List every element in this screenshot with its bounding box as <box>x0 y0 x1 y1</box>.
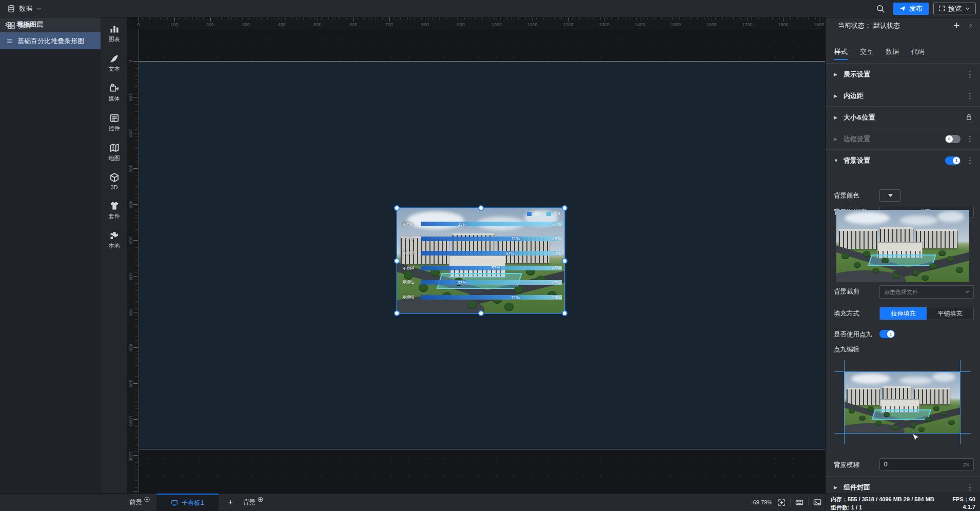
bar-segment-2: 33% <box>515 251 562 256</box>
preview-button[interactable]: 预览 <box>933 3 976 14</box>
keyboard-shortcut-icon[interactable] <box>795 498 803 506</box>
chart-row: 示例457%43% <box>402 265 562 271</box>
paper-plane-icon <box>899 5 906 12</box>
inspector-tab-数据[interactable]: 数据 <box>886 47 899 60</box>
add-circle-icon[interactable] <box>144 496 150 503</box>
fullscreen-icon <box>938 5 945 12</box>
chart-bars: 33%67% <box>421 222 562 226</box>
fill-mode-平铺填充[interactable]: 平铺填充 <box>927 307 973 320</box>
bg-color-picker[interactable] <box>879 189 901 202</box>
console-icon[interactable] <box>813 498 821 506</box>
more-options-icon[interactable]: ⋮ <box>965 70 975 78</box>
bg-image-preview-picture <box>836 210 969 282</box>
state-value[interactable]: 默认状态 <box>873 21 900 30</box>
section-大小&位置[interactable]: ▶大小&位置 <box>826 106 980 128</box>
bg-blur-input[interactable]: 0 px <box>879 458 974 470</box>
ruler-number: 300 <box>128 165 133 172</box>
more-options-icon[interactable]: ⋮ <box>965 483 975 491</box>
fit-screen-icon[interactable] <box>778 499 786 506</box>
resize-handle-ne[interactable] <box>562 205 567 211</box>
foreground-tab[interactable]: 前景 <box>129 494 149 511</box>
bg-blur-unit: px <box>963 461 969 467</box>
publish-button[interactable]: 发布 <box>893 3 929 15</box>
lock-icon[interactable] <box>965 113 973 121</box>
fill-mode-拉伸填充[interactable]: 拉伸填充 <box>880 307 927 320</box>
resize-handle-nw[interactable] <box>394 205 400 211</box>
more-options-icon[interactable]: ⋮ <box>965 156 975 164</box>
nine-patch-toggle[interactable]: 1 <box>879 330 895 338</box>
add-subboard-button[interactable]: + <box>228 494 233 511</box>
db-icon <box>7 5 15 13</box>
inspector-tab-代码[interactable]: 代码 <box>911 47 925 60</box>
inspector-sections: ▶展示设置⋮▶内边距⋮▶大小&位置▶边框设置0⋮▼背景设置1⋮ <box>826 63 980 171</box>
resize-handle-n[interactable] <box>478 205 484 211</box>
nine-patch-editor[interactable] <box>826 353 980 456</box>
toolbar-item-kit[interactable]: 套件 <box>109 201 120 220</box>
top-bar-right: 发布 预览 <box>876 0 980 17</box>
ruler-number: 900 <box>128 380 133 387</box>
menu-db[interactable]: 数据 <box>0 0 49 17</box>
chart-row: 示例367%33% <box>402 250 562 256</box>
legend-item: 值2 <box>546 210 560 217</box>
section-toggle[interactable]: 1 <box>945 156 961 165</box>
top-bar: 项目数据操作 发布 预览 <box>0 0 980 17</box>
more-options-icon[interactable]: ⋮ <box>965 92 975 100</box>
caret-right-icon: ▶ <box>834 72 839 77</box>
chevron-right-icon[interactable] <box>968 23 974 29</box>
toolbar-item-widget[interactable]: 控件 <box>109 113 120 132</box>
ruler-number: 700 <box>385 22 393 27</box>
nine-patch-guide-right[interactable] <box>960 360 961 444</box>
section-label: 背景设置 <box>844 156 940 165</box>
chevron-down-icon <box>964 289 970 295</box>
resize-handle-e[interactable] <box>562 258 567 264</box>
canvas[interactable]: 0100200300400500600700800900100011001200… <box>127 17 826 494</box>
chevron-down-icon <box>965 6 971 12</box>
divider <box>808 498 809 506</box>
resize-handle-sw[interactable] <box>394 310 400 316</box>
section-背景设置[interactable]: ▼背景设置1⋮ <box>826 149 980 171</box>
toolbar-item-label: 3D <box>110 184 117 190</box>
toolbar-item-label: 地图 <box>109 154 120 162</box>
ruler-number: 1900 <box>814 22 824 27</box>
toolbar-item-text[interactable]: 文本 <box>109 53 120 73</box>
toolbar-item-media[interactable]: 媒体 <box>109 83 120 103</box>
nine-patch-guide-left[interactable] <box>844 360 845 444</box>
nine-patch-guide-top[interactable] <box>834 371 971 372</box>
subboard-tab-label: 子看板1 <box>181 499 204 507</box>
background-tab[interactable]: 背景 <box>243 494 262 511</box>
toolbar-item-puzzle[interactable]: 本地 <box>109 230 120 250</box>
toolbar-item-chart[interactable]: 图表 <box>109 24 120 43</box>
search-icon[interactable] <box>876 4 885 13</box>
section-内边距[interactable]: ▶内边距⋮ <box>826 85 980 106</box>
nine-patch-guide-bottom[interactable] <box>834 433 971 434</box>
bg-crop-select[interactable]: 点击选择文件 <box>879 285 974 299</box>
section-边框设置[interactable]: ▶边框设置0⋮ <box>826 128 980 149</box>
menu-grid[interactable]: 操作 <box>0 17 49 34</box>
ruler-number: 600 <box>128 272 133 280</box>
inspector-tabs: 样式交互数据代码 <box>826 34 980 63</box>
inspector-tab-交互[interactable]: 交互 <box>860 47 873 60</box>
bg-image-preview <box>836 210 969 282</box>
resize-handle-se[interactable] <box>562 310 567 316</box>
section-展示设置[interactable]: ▶展示设置⋮ <box>826 63 980 85</box>
background-label: 背景 <box>243 498 256 507</box>
add-circle-icon[interactable] <box>257 496 264 503</box>
resize-handle-w[interactable] <box>394 258 400 264</box>
toolbar-item-map[interactable]: 地图 <box>109 143 120 162</box>
zoom-level[interactable]: 69.79% <box>753 499 772 505</box>
resize-handle-s[interactable] <box>478 310 484 316</box>
add-state-icon[interactable] <box>953 22 961 29</box>
nine-patch-label: 是否使用点九 <box>834 330 872 339</box>
subboard-tab[interactable]: 子看板1 <box>156 494 219 511</box>
more-options-icon[interactable]: ⋮ <box>965 135 975 143</box>
component-cover-label: 组件封面 <box>844 483 961 492</box>
chart-row: 示例533%67% <box>402 280 562 285</box>
ruler-number: 500 <box>128 237 133 244</box>
inspector-tab-样式[interactable]: 样式 <box>834 47 848 60</box>
legend-swatch <box>527 212 532 216</box>
layer-item-stacked-bar[interactable]: 基础百分比堆叠条形图 <box>0 32 101 49</box>
section-toggle[interactable]: 0 <box>945 135 961 143</box>
selected-component[interactable]: 值1值2示例133%67%示例271%29%示例367%33%示例457%43%… <box>397 208 564 313</box>
toolbar-item-cube[interactable]: 3D <box>109 172 120 190</box>
inspector-panel: 当前状态： 默认状态 样式交互数据代码 ▶展示设置⋮▶内边距⋮▶大小&位置▶边框… <box>825 17 980 494</box>
